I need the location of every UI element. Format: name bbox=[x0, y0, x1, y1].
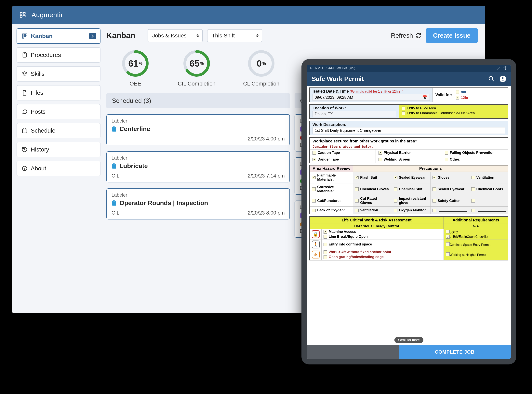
workdesc-section: Work Description: 1st Shift Daily Equipm… bbox=[309, 121, 508, 135]
hazard-label[interactable]: Flammable Materials: bbox=[310, 172, 353, 183]
kanban-card[interactable]: LabelerLubricateCIL2/20/23 7:14 pm bbox=[106, 151, 290, 182]
sidebar-item-label: Schedule bbox=[31, 127, 55, 134]
risk-head-a: Life Critical Work & Risk Assessment bbox=[310, 217, 444, 224]
precaution-check[interactable]: Cut Rated Gloves bbox=[353, 195, 392, 207]
precaution-check[interactable]: Ventilation bbox=[469, 172, 508, 183]
user-icon[interactable] bbox=[500, 76, 506, 82]
gauge-cil-completion: 65%CIL Completion bbox=[178, 49, 216, 87]
hazard-label[interactable]: Corrosive Materials: bbox=[310, 183, 353, 195]
search-icon[interactable] bbox=[488, 76, 495, 82]
precaution-check[interactable]: Oxygen Monitor bbox=[392, 207, 431, 214]
sidebar-item-posts[interactable]: Posts bbox=[16, 104, 100, 119]
workdesc-value: 1st Shift Daily Equipment Changeover bbox=[315, 128, 381, 133]
risk-req-check[interactable]: Working at Heights Permit bbox=[446, 252, 506, 257]
sidebar-item-files[interactable]: Files bbox=[16, 85, 100, 100]
risk-req-check[interactable]: LnBrk/EquipOpen Checklist bbox=[446, 235, 506, 238]
risk-desc-check[interactable]: Work > 4ft without fixed anchor point bbox=[323, 250, 442, 254]
sidebar-item-label: About bbox=[31, 165, 46, 172]
risk-desc-check[interactable]: Entry into confined space bbox=[323, 242, 442, 246]
gauge-label: CIL Completion bbox=[178, 81, 216, 87]
tablet-footer: COMPLETE JOB bbox=[307, 345, 511, 359]
sidebar-item-history[interactable]: History bbox=[16, 142, 100, 157]
refresh-button[interactable]: Refresh bbox=[391, 32, 421, 39]
caret-icon bbox=[256, 34, 259, 37]
kanban-card[interactable]: LabelerCenterline2/20/23 4:00 pm bbox=[106, 114, 290, 145]
precaution-check[interactable]: Chemical Boots bbox=[469, 183, 508, 195]
kanban-card[interactable]: LabelerOperator Rounds | InspectionCIL2/… bbox=[106, 188, 290, 219]
app-name: Augmentir bbox=[31, 11, 63, 19]
precaution-check[interactable] bbox=[431, 207, 469, 214]
kanban-icon bbox=[22, 33, 28, 39]
secure-check[interactable]: Welding Screen bbox=[376, 156, 442, 163]
wifi-icon bbox=[503, 66, 508, 70]
validfor-8hr-label: 8hr bbox=[461, 90, 466, 94]
validfor-8hr[interactable]: 8hr bbox=[456, 90, 468, 94]
entry-psm-label: Entry to PSM Area bbox=[407, 106, 436, 110]
risk-desc-check[interactable]: Machine Access bbox=[323, 230, 442, 234]
workdesc-input[interactable]: 1st Shift Daily Equipment Changeover bbox=[313, 127, 505, 134]
sidebar-item-skills[interactable]: Skills bbox=[16, 66, 100, 82]
secure-sub: Consider floors above and below. bbox=[310, 145, 508, 149]
secure-check[interactable]: Caution Tape bbox=[310, 149, 376, 156]
precaution-check[interactable]: Chemical Suit bbox=[392, 183, 431, 195]
secure-check[interactable]: Physical Barrier bbox=[376, 149, 442, 156]
hazard-row: Lack of Oxygen:VentilationOxygen Monitor bbox=[310, 207, 508, 214]
precaution-check[interactable]: Sealed Eyewear bbox=[431, 183, 469, 195]
risk-req-check[interactable]: LOTO bbox=[446, 230, 506, 234]
precaution-check[interactable] bbox=[469, 195, 508, 207]
secure-check[interactable]: Other: bbox=[442, 156, 508, 163]
precaution-check[interactable] bbox=[469, 207, 508, 214]
svg-point-29 bbox=[489, 76, 493, 80]
svg-rect-2 bbox=[20, 15, 22, 17]
create-issue-button[interactable]: Create Issue bbox=[426, 28, 478, 43]
scroll-hint: Scroll for more bbox=[395, 337, 423, 343]
tablet-title: Safe Work Permit bbox=[312, 75, 364, 83]
location-input[interactable]: Dallas, TX bbox=[313, 111, 396, 117]
hazard-row: Corrosive Materials:Chemical GlovesChemi… bbox=[310, 183, 508, 195]
sidebar-item-label: Kanban bbox=[31, 33, 53, 39]
filter-time-label: This Shift bbox=[212, 32, 235, 39]
hazard-row: Cut/Puncture:Cut Rated GlovesImpact resi… bbox=[310, 195, 508, 207]
precaution-check[interactable]: Impact resistant glove bbox=[392, 195, 431, 207]
secure-check[interactable]: Falling Objects Prevention bbox=[442, 149, 508, 156]
schedule-icon bbox=[22, 128, 28, 134]
filter-time-select[interactable]: This Shift bbox=[207, 29, 262, 42]
sidebar-item-label: Skills bbox=[31, 71, 45, 77]
risk-req-check[interactable]: Confined Space Entry Permit bbox=[446, 242, 506, 247]
precaution-check[interactable]: Safety Cutter bbox=[431, 195, 469, 207]
svg-point-31 bbox=[502, 77, 504, 79]
sidebar: KanbanProceduresSkillsFilesPostsSchedule… bbox=[12, 24, 105, 313]
column-scheduled: Scheduled (3) LabelerCenterline2/20/23 4… bbox=[106, 93, 290, 244]
hazard-label[interactable]: Cut/Puncture: bbox=[310, 195, 353, 207]
hazard-label[interactable]: Lack of Oxygen: bbox=[310, 207, 353, 214]
precaution-check[interactable]: Chemical Gloves bbox=[353, 183, 392, 195]
filter-type-label: Jobs & Issues bbox=[152, 32, 187, 39]
tablet-header: Safe Work Permit bbox=[307, 72, 511, 86]
validfor-12hr[interactable]: 12hr bbox=[456, 95, 468, 100]
clipboard-icon bbox=[111, 126, 117, 132]
sidebar-item-kanban[interactable]: Kanban bbox=[16, 28, 100, 44]
validfor-label: Valid for: bbox=[435, 93, 452, 97]
risk-desc-check[interactable]: Open grating/holes/leading edge bbox=[323, 255, 442, 259]
svg-rect-4 bbox=[24, 34, 26, 37]
card-meta-left: CIL bbox=[111, 210, 120, 216]
precaution-check[interactable]: Flash Suit bbox=[353, 172, 392, 183]
sidebar-item-about[interactable]: About bbox=[16, 161, 100, 176]
sidebar-item-label: Files bbox=[31, 89, 43, 96]
precaution-check[interactable]: Sealed Eyewear bbox=[392, 172, 431, 183]
issued-section: Issued Date & Time (Permit is valid for … bbox=[309, 88, 508, 102]
clipboard-icon bbox=[111, 163, 117, 169]
secure-check[interactable]: Danger Tape bbox=[310, 156, 376, 163]
sidebar-item-procedures[interactable]: Procedures bbox=[16, 47, 100, 63]
precaution-check[interactable]: Ventilation bbox=[353, 207, 392, 214]
app-topbar: Augmentir bbox=[12, 6, 485, 24]
entry-flam-check[interactable]: Entry to Flammable/Combustible/Dust Area bbox=[402, 111, 505, 116]
filter-type-select[interactable]: Jobs & Issues bbox=[148, 29, 203, 42]
sidebar-item-schedule[interactable]: Schedule bbox=[16, 123, 100, 138]
issued-date-input[interactable]: 09/07/2023, 09:28 AM 📅 bbox=[313, 94, 430, 101]
precaution-check[interactable]: Gloves bbox=[431, 172, 469, 183]
complete-job-button[interactable]: COMPLETE JOB bbox=[399, 345, 511, 359]
risk-desc-check[interactable]: Line Break/Equip Open bbox=[323, 235, 442, 239]
entry-psm-check[interactable]: Entry to PSM Area bbox=[402, 106, 505, 111]
tablet-body[interactable]: Issued Date & Time (Permit is valid for … bbox=[307, 86, 511, 345]
